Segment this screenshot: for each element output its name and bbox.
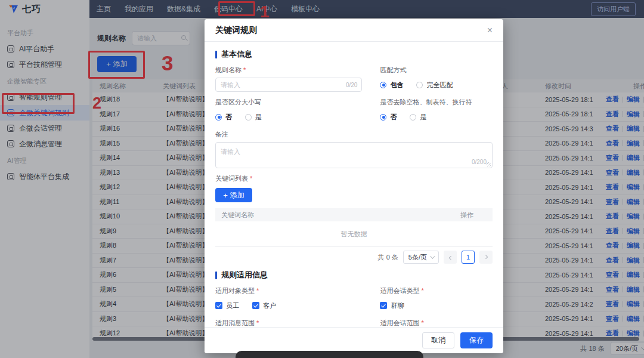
keyword-pagination: 共 0 条 5条/页 1 — [215, 251, 493, 264]
annotation-box-add-button — [88, 51, 145, 79]
radio-checked-icon — [380, 82, 386, 88]
case-sensitive-field: 是否区分大小写 否 是 — [215, 98, 362, 124]
annotation-box-ai-center — [218, 1, 255, 16]
session-scope-field: 适用会话范围 内部会话 外部会话 — [380, 319, 493, 327]
object-type-field: 适用对象类型 员工 客户 — [215, 286, 362, 313]
radio-unchecked-icon — [410, 114, 416, 121]
match-mode-label: 匹配方式 — [380, 66, 493, 75]
radio-exact-match[interactable]: 完全匹配 — [416, 81, 453, 90]
keyword-table: 关键词名称 操作 暂无数据 — [215, 208, 493, 247]
radio-unchecked-icon — [245, 114, 252, 121]
section-bar-icon — [215, 51, 217, 58]
modal-header: 关键词规则 × — [205, 19, 503, 42]
checkbox-checked-icon — [380, 302, 387, 309]
save-button[interactable]: 保存 — [460, 332, 493, 348]
empty-state-text: 暂无数据 — [215, 221, 493, 246]
checkbox-checked-icon — [252, 302, 259, 309]
remark-placeholder: 请输入 — [221, 148, 240, 155]
session-type-field: 适用会话类型 群聊 — [380, 286, 493, 313]
message-scope-field: 适用消息范围 发送的消息 接收的消息 收发的消息 — [215, 319, 362, 327]
radio-checked-icon — [380, 114, 386, 121]
session-scope-label: 适用会话范围 — [380, 319, 493, 327]
annotation-step-2: 2 — [92, 95, 101, 112]
apply-info-section-title: 规则适用信息 — [215, 270, 493, 280]
remark-counter: 0/200 — [472, 159, 487, 165]
modal-body: 基本信息 规则名称 请输入 0/20 匹配方式 包含 — [205, 42, 503, 327]
checkbox-group-chat[interactable]: 群聊 — [380, 301, 404, 310]
plus-icon: + — [223, 192, 228, 199]
rule-name-field: 规则名称 请输入 0/20 — [215, 66, 362, 92]
add-keyword-label: 添加 — [230, 190, 244, 200]
radio-case-yes[interactable]: 是 — [245, 113, 262, 122]
keyword-actions-header: 操作 — [460, 211, 493, 220]
radio-unchecked-icon — [416, 82, 423, 88]
basic-info-section-title: 基本信息 — [215, 49, 493, 60]
annotation-step-3: 3 — [162, 53, 173, 73]
annotation-step-1: 1 — [260, 4, 270, 20]
chevron-left-icon — [448, 255, 453, 260]
prev-page-button[interactable] — [444, 251, 457, 264]
rule-name-label: 规则名称 — [215, 66, 362, 75]
remark-label: 备注 — [215, 130, 493, 139]
keyword-list-label: 关键词列表 — [215, 174, 493, 183]
next-page-button[interactable] — [479, 251, 493, 264]
radio-strip-no[interactable]: 否 — [380, 113, 397, 122]
remark-textarea[interactable]: 请输入 0/200 — [215, 142, 493, 168]
keyword-name-header: 关键词名称 — [215, 211, 254, 220]
message-scope-label: 适用消息范围 — [215, 319, 362, 327]
modal-title: 关键词规则 — [215, 25, 257, 36]
radio-strip-yes[interactable]: 是 — [410, 113, 426, 122]
strip-whitespace-field: 是否去除空格、制表符、换行符 否 是 — [380, 98, 493, 124]
keyword-table-header: 关键词名称 操作 — [215, 208, 493, 221]
checkbox-checked-icon — [215, 302, 222, 309]
checkbox-customer[interactable]: 客户 — [252, 301, 276, 310]
modal-footer: 取消 保存 — [205, 327, 503, 353]
add-keyword-button[interactable]: + 添加 — [215, 188, 252, 202]
keyword-page-size-value: 5条/页 — [408, 253, 427, 262]
current-page-button[interactable]: 1 — [462, 251, 475, 264]
chevron-right-icon — [484, 255, 488, 259]
session-type-label: 适用会话类型 — [380, 286, 493, 295]
resize-handle-icon[interactable] — [487, 162, 491, 166]
recorder-pill — [236, 351, 423, 358]
radio-checked-icon — [215, 114, 222, 121]
radio-contains[interactable]: 包含 — [380, 81, 403, 90]
case-sensitive-label: 是否区分大小写 — [215, 98, 362, 107]
match-mode-field: 匹配方式 包含 完全匹配 — [380, 66, 493, 92]
keyword-rule-modal: 关键词规则 × 基本信息 规则名称 请输入 0/20 匹配方式 — [205, 19, 503, 353]
radio-case-no[interactable]: 否 — [215, 113, 232, 122]
keyword-total-count: 共 0 条 — [378, 253, 398, 262]
rule-name-input[interactable]: 请输入 0/20 — [215, 78, 362, 92]
rule-name-placeholder: 请输入 — [221, 81, 240, 90]
cancel-button[interactable]: 取消 — [422, 332, 454, 348]
close-icon[interactable]: × — [487, 26, 493, 35]
app-window: 七巧 主页我的应用数据&集成低码中心AI中心模板中心 访问用户端 平台助手AI平… — [0, 0, 644, 358]
object-type-label: 适用对象类型 — [215, 286, 362, 295]
annotation-box-keyword-rules — [2, 93, 75, 114]
strip-whitespace-label: 是否去除空格、制表符、换行符 — [380, 98, 493, 107]
checkbox-employee[interactable]: 员工 — [215, 301, 239, 310]
rule-name-counter: 0/20 — [346, 82, 357, 88]
chevron-down-icon — [430, 254, 435, 258]
keyword-page-size-select[interactable]: 5条/页 — [403, 251, 439, 264]
section-bar-icon — [215, 271, 217, 279]
